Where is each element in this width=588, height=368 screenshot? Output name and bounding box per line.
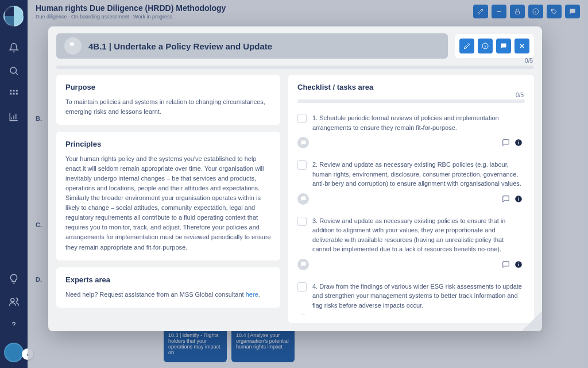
- modal: 4B.1 | Undertake a Policy Review and Upd…: [48, 26, 542, 331]
- sidebar: ‹: [0, 0, 28, 368]
- lightbulb-icon[interactable]: [9, 274, 19, 284]
- task-meta: [297, 137, 523, 148]
- modal-body: Purpose To maintain policies and systems…: [48, 75, 542, 331]
- task-text: 1. Schedule periodic formal reviews of p…: [312, 113, 523, 132]
- purpose-text: To maintain policies and systems in rela…: [65, 97, 271, 117]
- svg-rect-1: [10, 90, 11, 91]
- svg-rect-13: [518, 142, 519, 144]
- task-list: 1. Schedule periodic formal reviews of p…: [297, 110, 525, 315]
- info-button[interactable]: [478, 39, 493, 53]
- grid-icon[interactable]: [9, 89, 19, 99]
- users-icon[interactable]: [9, 297, 19, 307]
- modal-corner-fold: [521, 310, 542, 331]
- modal-progress-bar: 0/5: [56, 66, 534, 69]
- task-item: 1. Schedule periodic formal reviews of p…: [297, 110, 523, 154]
- task-item: 3. Review and update as necessary existi…: [297, 213, 523, 276]
- checklist-progress-bar: 0/5: [297, 99, 525, 103]
- right-column: Checklist / tasks area 0/5 1. Schedule p…: [288, 75, 534, 323]
- task-item: 4. Draw from the findings of various wid…: [297, 278, 523, 316]
- modal-header: 4B.1 | Undertake a Policy Review and Upd…: [48, 26, 542, 66]
- comment-button[interactable]: [496, 39, 511, 53]
- info-icon[interactable]: [514, 260, 523, 269]
- comment-outline-icon[interactable]: [502, 260, 510, 269]
- task-meta: [297, 193, 523, 205]
- task-comment-bubble-icon[interactable]: [297, 259, 309, 270]
- task-text: 2. Review and update as necessary existi…: [312, 160, 523, 189]
- task-checkbox[interactable]: [297, 282, 307, 292]
- info-icon[interactable]: [514, 139, 523, 147]
- task-text: 3. Review and update as necessary existi…: [312, 216, 523, 254]
- svg-rect-2: [13, 90, 15, 91]
- task-text: 4. Draw from the findings of various wid…: [312, 282, 523, 310]
- edit-button[interactable]: [459, 39, 474, 53]
- comment-outline-icon[interactable]: [502, 195, 510, 203]
- purpose-heading: Purpose: [65, 83, 271, 91]
- svg-rect-17: [518, 197, 519, 197]
- task-checkbox[interactable]: [297, 160, 307, 170]
- flag-icon: [64, 37, 82, 55]
- task-comment-bubble-icon[interactable]: [297, 193, 309, 205]
- task-meta: [297, 315, 523, 315]
- experts-heading: Experts area: [65, 275, 271, 284]
- close-button[interactable]: [514, 39, 529, 53]
- svg-rect-19: [518, 263, 519, 266]
- org-logo[interactable]: [4, 343, 24, 362]
- task-comment-bubble-icon[interactable]: [297, 315, 309, 315]
- svg-point-7: [11, 298, 14, 302]
- principles-text: Your human rights policy and the systems…: [65, 154, 271, 252]
- left-column: Purpose To maintain policies and systems…: [56, 75, 280, 323]
- svg-rect-5: [13, 93, 15, 95]
- modal-actions: [455, 34, 534, 58]
- checklist-progress-count: 0/5: [516, 92, 524, 98]
- principles-heading: Principles: [65, 140, 271, 148]
- task-item: 2. Review and update as necessary existi…: [297, 156, 523, 210]
- modal-progress-count: 0/5: [525, 57, 533, 64]
- modal-title: 4B.1 | Undertake a Policy Review and Upd…: [88, 41, 272, 51]
- svg-rect-4: [10, 93, 11, 95]
- svg-point-0: [10, 67, 17, 74]
- svg-rect-6: [16, 93, 18, 95]
- app-logo[interactable]: [3, 6, 24, 26]
- task-comment-bubble-icon[interactable]: [297, 137, 309, 148]
- modal-title-bar: 4B.1 | Undertake a Policy Review and Upd…: [56, 33, 448, 59]
- info-icon[interactable]: [514, 195, 523, 203]
- svg-rect-14: [518, 141, 519, 141]
- principles-card: Principles Your human rights policy and …: [56, 132, 280, 260]
- chart-icon[interactable]: [9, 112, 19, 122]
- experts-card: Experts area Need help? Request assistan…: [56, 267, 280, 308]
- task-meta: [297, 259, 523, 270]
- search-icon[interactable]: [9, 66, 19, 76]
- experts-text: Need help? Request assistance from an MS…: [65, 290, 271, 300]
- checklist-heading: Checklist / tasks area: [297, 83, 525, 91]
- task-checkbox[interactable]: [297, 217, 307, 226]
- task-checkbox[interactable]: [297, 114, 307, 123]
- checklist-card: Checklist / tasks area 0/5 1. Schedule p…: [288, 75, 534, 323]
- svg-rect-20: [518, 262, 519, 263]
- help-icon[interactable]: [9, 320, 19, 330]
- purpose-card: Purpose To maintain policies and systems…: [56, 75, 280, 125]
- svg-rect-3: [16, 90, 18, 91]
- comment-outline-icon[interactable]: [502, 139, 510, 147]
- bell-icon[interactable]: [9, 43, 19, 53]
- svg-rect-16: [518, 198, 519, 200]
- experts-link[interactable]: here: [246, 291, 258, 298]
